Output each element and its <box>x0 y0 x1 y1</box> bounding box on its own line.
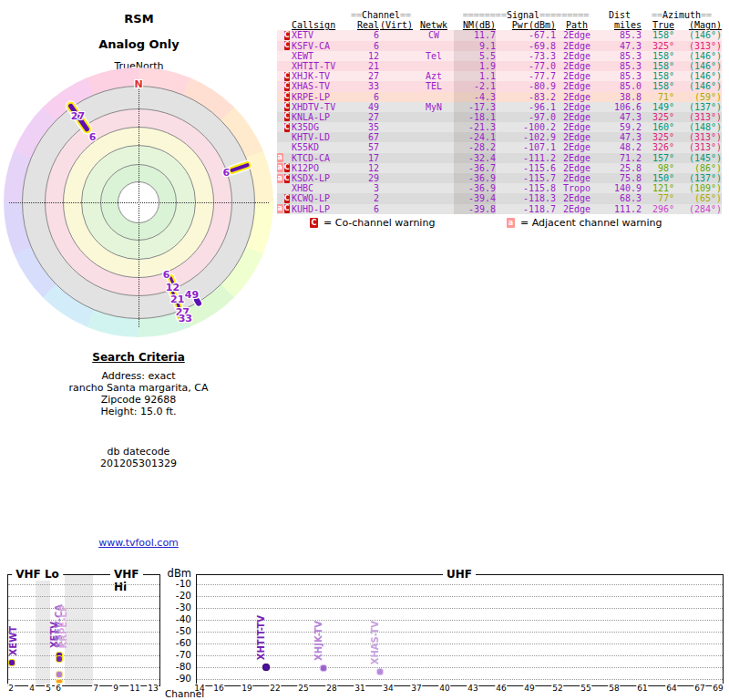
table-cell: 11.7 <box>454 30 496 40</box>
search-criteria-line: rancho Santa margarita, CA <box>25 382 252 394</box>
table-cell <box>414 193 454 203</box>
gridline <box>197 608 723 609</box>
table-cell: -21.3 <box>454 122 496 132</box>
station-label: XEWT <box>8 626 18 655</box>
table-cell: 9.1 <box>454 41 496 51</box>
table-cell: 85.0 <box>598 81 642 91</box>
table-cell: XHJK-TV <box>292 71 348 81</box>
table-cell: -2.1 <box>454 81 496 91</box>
channel-tick-label: 34 <box>382 684 394 694</box>
table-cell: 12 <box>348 163 379 173</box>
gridline <box>8 596 159 597</box>
table-cell: 2Edge <box>556 112 598 122</box>
dbm-tick-label: -10 <box>164 578 191 589</box>
table-cell: Pwr(dBm) <box>496 20 556 30</box>
table-cell: 12 <box>348 51 379 61</box>
table-cell: 2Edge <box>556 173 598 183</box>
station-label: XHAS-TV <box>370 621 380 664</box>
table-cell: MyN <box>414 102 454 112</box>
table-cell: 85.3 <box>598 51 642 61</box>
table-row: aCKUHD-LP6-39.8-118.72Edge111.2296°(284°… <box>277 204 722 214</box>
table-cell: 6 <box>348 92 379 102</box>
warning-flags: a <box>277 153 292 163</box>
tvfool-report: RSM Analog Only TrueNorth N2766612214927… <box>0 0 729 700</box>
table-cell: (313°) <box>674 112 722 122</box>
table-cell: -77.0 <box>496 61 556 71</box>
table-cell: miles <box>598 20 642 30</box>
channel-tick-label: 4 <box>28 684 36 694</box>
table-cell: -18.1 <box>454 112 496 122</box>
table-cell: 2Edge <box>556 204 598 214</box>
table-cell: 2Edge <box>556 51 598 61</box>
uhf-title: UHF <box>443 568 476 581</box>
channel-tick-label: 31 <box>354 684 365 694</box>
warning-flags <box>277 51 292 61</box>
station-label: XHJK-TV <box>313 621 323 661</box>
channel-tick-label: 64 <box>665 684 677 694</box>
table-row: CKCWQ-LP2-39.4-118.32Edge68.377°(65°) <box>277 193 722 203</box>
radar-channel-label: 6 <box>223 166 231 178</box>
table-cell: 71.2 <box>598 153 642 163</box>
station-signal-marker <box>376 668 384 675</box>
channel-tick-label: 28 <box>325 684 337 694</box>
table-cell: 326° <box>642 142 674 152</box>
table-cell: Tel <box>414 51 454 61</box>
table-cell: 35 <box>348 122 379 132</box>
table-cell <box>414 122 454 132</box>
table-cell: -28.2 <box>454 142 496 152</box>
co-channel-flag: C <box>284 194 291 203</box>
table-cell: Azt <box>414 71 454 81</box>
table-row: KHTV-LD67-24.1-102.92Edge47.3325°(313°) <box>277 132 722 142</box>
table-cell: -107.1 <box>496 142 556 152</box>
table-cell: -32.4 <box>454 153 496 163</box>
table-row: CXHDTV-TV49MyN-17.3-96.12Edge106.6149°(1… <box>277 102 722 112</box>
table-row: XHBC3-36.9-115.8Tropo140.9121°(109°) <box>277 183 722 193</box>
table-cell <box>414 41 454 51</box>
search-criteria-heading: Search Criteria <box>25 351 252 364</box>
table-group-header: Dist <box>598 10 642 20</box>
table-cell: 49 <box>348 102 379 112</box>
channel-tick-label: 25 <box>297 684 309 694</box>
table-cell <box>379 41 414 51</box>
table-cell <box>379 193 414 203</box>
table-cell: KSFV-CA <box>292 41 348 51</box>
search-criteria-line: Address: exact <box>25 370 252 382</box>
table-cell: 2Edge <box>556 30 598 40</box>
station-signal-marker <box>56 655 63 663</box>
warning-flags: aC <box>277 173 292 183</box>
tvfool-link[interactable]: www.tvfool.com <box>25 537 252 549</box>
co-channel-flag: C <box>284 92 291 101</box>
table-cell: 111.2 <box>598 204 642 214</box>
table-cell <box>414 92 454 102</box>
channel-axis-label: Channel <box>165 688 204 699</box>
channel-tick-label: 7 <box>92 684 99 694</box>
table-row: XEWT12Tel5.5-73.32Edge85.3158°(146°) <box>277 51 722 61</box>
table-cell: XHAS-TV <box>292 81 348 91</box>
table-cell: 140.9 <box>598 183 642 193</box>
radar-horizontal-axis <box>9 202 269 203</box>
table-cell: (146°) <box>674 30 722 40</box>
table-cell: 296° <box>642 204 674 214</box>
table-cell: 158° <box>642 61 674 71</box>
warning-flags: C <box>277 30 292 40</box>
north-marker: N <box>134 78 142 90</box>
channel-tick-label: 61 <box>636 684 648 694</box>
gridline <box>8 632 159 633</box>
gridline <box>197 643 723 644</box>
table-cell: (Virt) <box>379 20 414 30</box>
table-cell <box>379 163 414 173</box>
table-cell: 98° <box>642 163 674 173</box>
channel-tick-label: 9 <box>112 684 119 694</box>
table-cell: 158° <box>642 51 674 61</box>
table-cell: 2Edge <box>556 132 598 142</box>
warning-flags: C <box>277 122 292 132</box>
db-datecode-value: 201205301329 <box>25 458 252 469</box>
table-cell: 3 <box>348 183 379 193</box>
station-signal-marker <box>320 664 327 672</box>
station-label: KRPE-LP <box>58 605 68 648</box>
table-cell: NM(dB) <box>454 20 496 30</box>
db-datecode-label: db datecode <box>25 446 252 458</box>
channel-tick-label: 16 <box>212 684 224 694</box>
search-criteria-lines: Address: exactrancho Santa margarita, CA… <box>25 370 252 417</box>
table-cell: 2Edge <box>556 193 598 203</box>
